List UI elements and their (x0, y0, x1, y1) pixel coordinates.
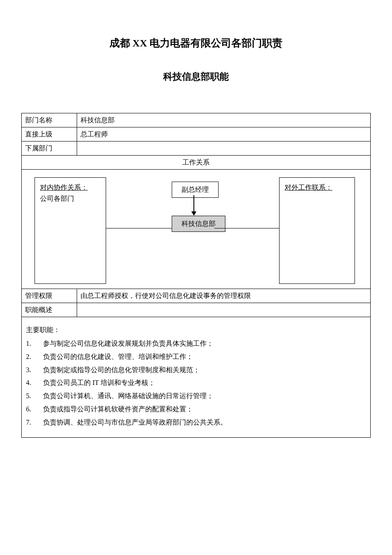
connector-left (106, 228, 172, 228)
list-item: 5.负责公司计算机、通讯、网络基础设施的日常运行管理； (26, 390, 366, 402)
connector-right (214, 228, 279, 228)
duty-number: 1. (26, 338, 43, 350)
duty-text: 负责公司计算机、通讯、网络基础设施的日常运行管理； (43, 390, 366, 402)
bottom-org-box: 科技信息部 (172, 216, 225, 232)
dept-value: 科技信息部 (77, 113, 371, 127)
row-diagram: 对内协作关系： 公司各部门 副总经理 科技信息部 对外工作联系： (22, 170, 371, 289)
duty-text: 负责或指导公司计算机软硬件资产的配置和处置； (43, 403, 366, 416)
list-item: 4.负责公司员工的 IT 培训和专业考核； (26, 377, 366, 389)
duties-heading: 主要职能： (26, 325, 366, 335)
external-box: 对外工作联系： (279, 177, 355, 284)
internal-value: 公司各部门 (40, 195, 74, 202)
sub-dept-value (77, 142, 371, 156)
row-summary: 职能概述 (22, 303, 371, 317)
row-sub-dept: 下属部门 (22, 142, 371, 156)
internal-label: 对内协作关系： (40, 184, 88, 191)
list-item: 1.参与制定公司信息化建设发展规划并负责具体实施工作； (26, 338, 366, 350)
list-item: 7.负责协调、处理公司与市信息产业局等政府部门的公共关系。 (26, 416, 366, 429)
duty-number: 4. (26, 377, 43, 389)
work-rel-header: 工作关系 (22, 156, 371, 170)
duty-text: 负责制定或指导公司的信息化管理制度和相关规范； (43, 364, 366, 376)
duty-number: 5. (26, 390, 43, 402)
authority-label: 管理权限 (22, 289, 77, 303)
duty-number: 2. (26, 351, 43, 363)
duty-text: 负责公司员工的 IT 培训和专业考核； (43, 377, 366, 389)
summary-label: 职能概述 (22, 303, 77, 317)
sub-dept-label: 下属部门 (22, 142, 77, 156)
main-title: 成都 XX 电力电器有限公司各部门职责 (21, 36, 371, 50)
row-dept: 部门名称 科技信息部 (22, 113, 371, 127)
duty-number: 6. (26, 403, 43, 416)
supervisor-label: 直接上级 (22, 127, 77, 142)
supervisor-value: 总工程师 (77, 127, 371, 142)
summary-value (77, 303, 371, 317)
list-item: 2.负责公司的信息化建设、管理、培训和维护工作； (26, 351, 366, 363)
arrow-icon (191, 195, 196, 216)
duty-text: 负责公司的信息化建设、管理、培训和维护工作； (43, 351, 366, 363)
row-authority: 管理权限 由总工程师授权，行使对公司信息化建设事务的管理权限 (22, 289, 371, 303)
list-item: 3.负责制定或指导公司的信息化管理制度和相关规范； (26, 364, 366, 376)
external-label: 对外工作联系： (285, 184, 332, 191)
row-duties: 主要职能： 1.参与制定公司信息化建设发展规划并负责具体实施工作；2.负责公司的… (22, 317, 371, 438)
internal-box: 对内协作关系： 公司各部门 (35, 177, 106, 284)
duty-text: 负责协调、处理公司与市信息产业局等政府部门的公共关系。 (43, 416, 366, 429)
duty-number: 7. (26, 416, 43, 429)
dept-label: 部门名称 (22, 113, 77, 127)
diagram-cell: 对内协作关系： 公司各部门 副总经理 科技信息部 对外工作联系： (22, 170, 371, 289)
info-table: 部门名称 科技信息部 直接上级 总工程师 下属部门 工作关系 对内协作关系： 公… (21, 113, 371, 438)
duty-text: 参与制定公司信息化建设发展规划并负责具体实施工作； (43, 338, 366, 350)
duties-cell: 主要职能： 1.参与制定公司信息化建设发展规划并负责具体实施工作；2.负责公司的… (22, 317, 371, 438)
row-supervisor: 直接上级 总工程师 (22, 127, 371, 142)
duty-number: 3. (26, 364, 43, 376)
authority-value: 由总工程师授权，行使对公司信息化建设事务的管理权限 (77, 289, 371, 303)
row-work-rel-header: 工作关系 (22, 156, 371, 170)
list-item: 6.负责或指导公司计算机软硬件资产的配置和处置； (26, 403, 366, 416)
duties-list: 1.参与制定公司信息化建设发展规划并负责具体实施工作；2.负责公司的信息化建设、… (26, 338, 366, 429)
diagram-container: 对内协作关系： 公司各部门 副总经理 科技信息部 对外工作联系： (22, 170, 370, 289)
sub-title: 科技信息部职能 (21, 70, 371, 83)
